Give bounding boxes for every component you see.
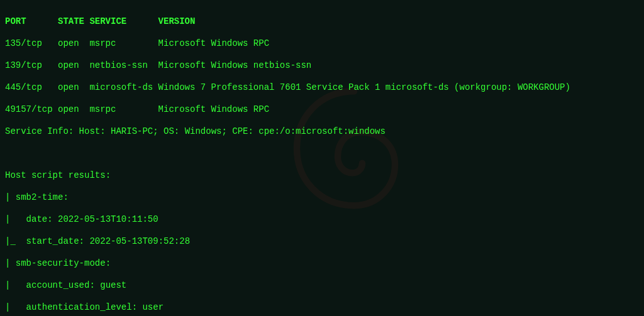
script-line: |_ start_date: 2022-05-13T09:52:28 [5, 236, 639, 248]
version-cell: Windows 7 Professional 7601 Service Pack… [158, 82, 570, 94]
header-port: PORT [5, 16, 58, 28]
script-smb2-time: | smb2-time: [5, 192, 639, 204]
terminal-output: PORTSTATE SERVICEVERSION 135/tcpopen msr… [5, 5, 639, 316]
header-state: STATE [58, 16, 84, 28]
port-cell: 49157/tcp [5, 104, 58, 116]
service-cell: microsoft-ds [89, 82, 158, 94]
host-results-header: Host script results: [5, 170, 639, 182]
state-cell: open [58, 38, 84, 50]
script-smb-security-mode: | smb-security-mode: [5, 258, 639, 270]
script-line: | account_used: guest [5, 280, 639, 291]
version-cell: Microsoft Windows netbios-ssn [158, 60, 312, 72]
version-cell: Microsoft Windows RPC [158, 104, 269, 116]
service-info-line: Service Info: Host: HARIS-PC; OS: Window… [5, 126, 639, 138]
script-line: | date: 2022-05-13T10:11:50 [5, 214, 639, 226]
port-cell: 139/tcp [5, 60, 58, 72]
port-cell: 445/tcp [5, 82, 58, 94]
header-service: SERVICE [89, 16, 158, 28]
state-cell: open [58, 60, 84, 72]
port-table-header: PORTSTATE SERVICEVERSION [5, 16, 639, 28]
script-line: | authentication_level: user [5, 302, 639, 313]
port-row: 135/tcpopen msrpcMicrosoft Windows RPC [5, 38, 639, 50]
version-cell: Microsoft Windows RPC [158, 38, 269, 50]
service-cell: msrpc [89, 104, 158, 116]
port-row: 139/tcpopen netbios-ssnMicrosoft Windows… [5, 60, 639, 72]
port-row: 445/tcpopen microsoft-dsWindows 7 Profes… [5, 82, 639, 94]
blank-line [5, 148, 639, 160]
header-version: VERSION [158, 16, 196, 28]
port-cell: 135/tcp [5, 38, 58, 50]
state-cell: open [58, 104, 84, 116]
state-cell: open [58, 82, 84, 94]
port-row: 49157/tcpopen msrpcMicrosoft Windows RPC [5, 104, 639, 116]
service-cell: msrpc [89, 38, 158, 50]
service-cell: netbios-ssn [89, 60, 158, 72]
